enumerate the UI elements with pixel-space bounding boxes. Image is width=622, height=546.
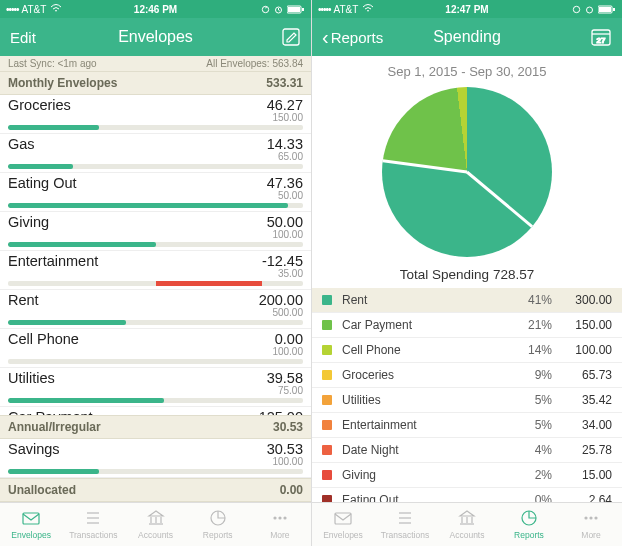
- section-label: Monthly Envelopes: [8, 76, 117, 90]
- section-label: Unallocated: [8, 483, 76, 497]
- envelope-budget: 65.00: [8, 151, 303, 162]
- tab-reports[interactable]: Reports: [498, 503, 560, 546]
- tab-bar: Envelopes Transactions Accounts Reports …: [312, 502, 622, 546]
- section-unallocated: Unallocated 0.00: [0, 478, 311, 502]
- nav-title: Envelopes: [118, 28, 193, 46]
- envelope-row[interactable]: Eating Out 47.36 50.00: [0, 173, 311, 212]
- legend-row[interactable]: Date Night 4% 25.78: [312, 438, 622, 463]
- back-button[interactable]: ‹ Reports: [322, 27, 383, 47]
- legend-swatch: [322, 320, 332, 330]
- svg-line-27: [383, 161, 467, 172]
- legend-pct: 2%: [502, 468, 552, 482]
- section-label: Annual/Irregular: [8, 420, 101, 434]
- legend-value: 300.00: [552, 293, 612, 307]
- envelope-row[interactable]: Gas 14.33 65.00: [0, 134, 311, 173]
- edit-button[interactable]: Edit: [10, 29, 36, 46]
- transactions-icon: [395, 509, 415, 529]
- envelope-name: Cell Phone: [8, 331, 79, 347]
- legend-list[interactable]: Rent 41% 300.00 Car Payment 21% 150.00 C…: [312, 288, 622, 502]
- envelope-amount: 14.33: [267, 136, 303, 152]
- svg-point-16: [279, 517, 281, 519]
- tab-transactions[interactable]: Transactions: [374, 503, 436, 546]
- legend-row[interactable]: Rent 41% 300.00: [312, 288, 622, 313]
- envelope-row[interactable]: Utilities 39.58 75.00: [0, 368, 311, 407]
- legend-value: 15.00: [552, 468, 612, 482]
- envelope-row[interactable]: Giving 50.00 100.00: [0, 212, 311, 251]
- envelope-amount: 46.27: [267, 97, 303, 113]
- svg-point-17: [284, 517, 286, 519]
- refresh-icon: [572, 5, 581, 14]
- legend-value: 25.78: [552, 443, 612, 457]
- legend-row[interactable]: Eating Out 0% 2.64: [312, 488, 622, 502]
- status-right: [261, 5, 305, 14]
- more-icon: [581, 509, 601, 529]
- legend-row[interactable]: Utilities 5% 35.42: [312, 388, 622, 413]
- envelope-budget: 100.00: [8, 456, 303, 467]
- envelope-list[interactable]: Groceries 46.27 150.00 Gas 14.33 65.00 E…: [0, 95, 311, 415]
- legend-swatch: [322, 445, 332, 455]
- status-bar: ••••• AT&T 12:47 PM: [312, 0, 622, 18]
- tab-transactions[interactable]: Transactions: [62, 503, 124, 546]
- pie-chart[interactable]: [382, 87, 552, 257]
- tab-label: Reports: [203, 530, 233, 540]
- envelope-name: Giving: [8, 214, 49, 230]
- status-time: 12:47 PM: [445, 4, 488, 15]
- tab-label: More: [270, 530, 289, 540]
- tab-envelopes[interactable]: Envelopes: [0, 503, 62, 546]
- envelope-amount: 39.58: [267, 370, 303, 386]
- tab-more[interactable]: More: [560, 503, 622, 546]
- envelope-row[interactable]: Car Payment 125.00 275.00: [0, 407, 311, 415]
- envelope-row[interactable]: Groceries 46.27 150.00: [0, 95, 311, 134]
- envelope-row[interactable]: Rent 200.00 500.00: [0, 290, 311, 329]
- compose-button[interactable]: [281, 27, 301, 47]
- legend-row[interactable]: Giving 2% 15.00: [312, 463, 622, 488]
- battery-icon: [287, 5, 305, 14]
- svg-rect-22: [613, 8, 615, 11]
- legend-row[interactable]: Groceries 9% 65.73: [312, 363, 622, 388]
- legend-row[interactable]: Car Payment 21% 150.00: [312, 313, 622, 338]
- phone-spending: ••••• AT&T 12:47 PM ‹ Reports Spending 2…: [311, 0, 622, 546]
- legend-name: Car Payment: [342, 318, 502, 332]
- section-total: 30.53: [273, 420, 303, 434]
- tab-label: Accounts: [138, 530, 173, 540]
- svg-point-38: [590, 517, 592, 519]
- tab-more[interactable]: More: [249, 503, 311, 546]
- svg-point-37: [585, 517, 587, 519]
- accounts-icon: [146, 509, 166, 529]
- legend-pct: 0%: [502, 493, 552, 502]
- envelope-amount: 200.00: [259, 292, 303, 308]
- envelope-row[interactable]: Cell Phone 0.00 100.00: [0, 329, 311, 368]
- section-total: 533.31: [266, 76, 303, 90]
- envelope-row[interactable]: Savings 30.53 100.00: [0, 439, 311, 478]
- legend-value: 100.00: [552, 343, 612, 357]
- legend-row[interactable]: Cell Phone 14% 100.00: [312, 338, 622, 363]
- progress-bar: [8, 281, 303, 286]
- envelope-budget: 50.00: [8, 190, 303, 201]
- svg-line-26: [467, 172, 532, 227]
- tab-envelopes[interactable]: Envelopes: [312, 503, 374, 546]
- envelope-name: Entertainment: [8, 253, 98, 269]
- legend-value: 150.00: [552, 318, 612, 332]
- legend-name: Eating Out: [342, 493, 502, 502]
- legend-pct: 14%: [502, 343, 552, 357]
- calendar-button[interactable]: 27: [590, 27, 612, 47]
- signal-dots: •••••: [318, 4, 331, 15]
- envelope-row[interactable]: Entertainment -12.45 35.00: [0, 251, 311, 290]
- tab-accounts[interactable]: Accounts: [124, 503, 186, 546]
- phone-envelopes: ••••• AT&T 12:46 PM Edit Envelopes Last …: [0, 0, 311, 546]
- legend-row[interactable]: Entertainment 5% 34.00: [312, 413, 622, 438]
- tab-reports[interactable]: Reports: [187, 503, 249, 546]
- legend-swatch: [322, 470, 332, 480]
- legend-pct: 4%: [502, 443, 552, 457]
- pie-chart-container: [312, 83, 622, 263]
- accounts-icon: [457, 509, 477, 529]
- legend-value: 34.00: [552, 418, 612, 432]
- envelope-budget: 500.00: [8, 307, 303, 318]
- date-range: Sep 1, 2015 - Sep 30, 2015: [312, 56, 622, 83]
- tab-accounts[interactable]: Accounts: [436, 503, 498, 546]
- legend-name: Groceries: [342, 368, 502, 382]
- progress-bar: [8, 242, 303, 247]
- legend-pct: 5%: [502, 418, 552, 432]
- envelope-name: Savings: [8, 441, 60, 457]
- envelopes-icon: [333, 509, 353, 529]
